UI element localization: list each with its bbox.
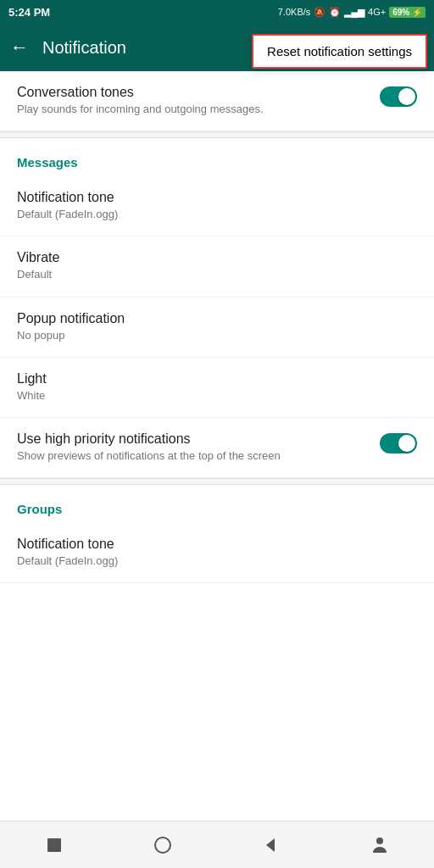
triangle-icon	[261, 835, 281, 855]
conversation-tones-title: Conversation tones	[17, 85, 370, 100]
nav-back-button[interactable]	[251, 825, 292, 865]
nav-square-button[interactable]	[34, 825, 75, 865]
high-priority-subtitle: Show previews of notifications at the to…	[17, 448, 370, 464]
person-icon	[370, 835, 390, 855]
network-speed: 7.0KB/s	[278, 7, 311, 17]
divider-2	[0, 478, 434, 485]
bottom-nav	[0, 821, 434, 868]
signal-icon: ▂▄▆	[344, 7, 364, 18]
status-bar: 5:24 PM 7.0KB/s 🔕 ⏰ ▂▄▆ 4G+ 69% ⚡	[0, 0, 434, 24]
messages-section-header: Messages	[0, 138, 434, 176]
vibrate-title: Vibrate	[17, 250, 407, 265]
nav-home-button[interactable]	[142, 825, 183, 865]
notification-tone-grp-subtitle: Default (FadeIn.ogg)	[17, 554, 407, 569]
setting-item-vibrate[interactable]: Vibrate Default	[0, 236, 434, 297]
reset-notification-popup[interactable]: Reset notification settings	[252, 34, 427, 69]
svg-point-1	[155, 837, 170, 853]
popup-notification-title: Popup notification	[17, 311, 407, 326]
setting-item-light[interactable]: Light White	[0, 358, 434, 418]
divider-1	[0, 131, 434, 138]
setting-item-conversation-tones[interactable]: Conversation tones Play sounds for incom…	[0, 71, 434, 131]
svg-rect-0	[47, 838, 61, 852]
high-priority-title: Use high priority notifications	[17, 431, 370, 447]
notification-tone-msg-subtitle: Default (FadeIn.ogg)	[17, 207, 407, 222]
svg-point-3	[376, 837, 383, 844]
square-icon	[44, 835, 64, 855]
content-area: Conversation tones Play sounds for incom…	[0, 71, 434, 821]
status-right: 7.0KB/s 🔕 ⏰ ▂▄▆ 4G+ 69% ⚡	[278, 7, 426, 18]
light-subtitle: White	[17, 388, 407, 403]
status-time: 5:24 PM	[8, 6, 50, 19]
network-type: 4G+	[368, 7, 386, 17]
conversation-tones-toggle[interactable]	[380, 86, 417, 107]
nav-recents-button[interactable]	[359, 825, 400, 865]
reset-notification-label: Reset notification settings	[267, 44, 412, 58]
setting-item-high-priority[interactable]: Use high priority notifications Show pre…	[0, 418, 434, 478]
back-button[interactable]: ←	[10, 36, 29, 58]
groups-section-header: Groups	[0, 485, 434, 523]
setting-item-popup-notification[interactable]: Popup notification No popup	[0, 298, 434, 358]
high-priority-toggle[interactable]	[380, 433, 417, 453]
setting-item-notification-tone-msg[interactable]: Notification tone Default (FadeIn.ogg)	[0, 176, 434, 236]
svg-marker-2	[266, 838, 275, 852]
circle-icon	[153, 835, 173, 855]
light-title: Light	[17, 371, 407, 387]
alarm-icon: ⏰	[329, 7, 341, 18]
vibrate-subtitle: Default	[17, 267, 407, 282]
notification-tone-msg-title: Notification tone	[17, 190, 407, 205]
app-bar: ← Notification Reset notification settin…	[0, 24, 434, 71]
setting-item-notification-tone-grp[interactable]: Notification tone Default (FadeIn.ogg)	[0, 523, 434, 583]
popup-notification-subtitle: No popup	[17, 328, 407, 343]
battery-icon: 69% ⚡	[389, 7, 426, 18]
notification-tone-grp-title: Notification tone	[17, 537, 407, 552]
conversation-tones-subtitle: Play sounds for incoming and outgoing me…	[17, 102, 370, 117]
mute-icon: 🔕	[314, 7, 326, 18]
